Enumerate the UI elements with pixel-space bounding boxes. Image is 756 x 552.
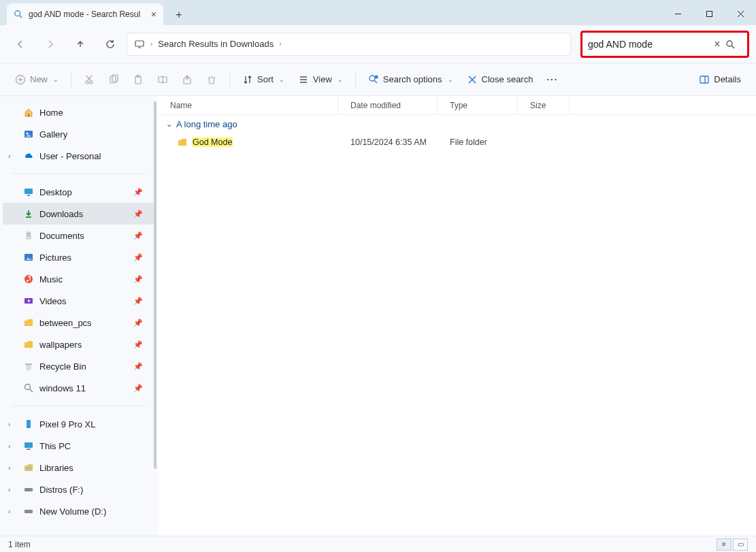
status-bar: 1 item ≡ ▭	[0, 536, 756, 552]
sidebar-item-downloads[interactable]: Downloads📌	[3, 203, 155, 225]
plus-circle-icon	[15, 74, 26, 85]
pin-icon[interactable]: 📌	[133, 340, 143, 349]
pin-icon[interactable]: 📌	[133, 275, 143, 284]
chevron-right-icon[interactable]: ›	[8, 508, 10, 515]
cut-icon	[84, 74, 95, 85]
sidebar-item-pixel-9-pro-xl[interactable]: ›Pixel 9 Pro XL	[3, 413, 155, 435]
sidebar-item-pictures[interactable]: Pictures📌	[3, 246, 155, 268]
svg-point-48	[25, 385, 31, 390]
sidebar-item-label: Documents	[39, 231, 84, 241]
chevron-right-icon[interactable]: ›	[8, 464, 10, 472]
svg-rect-34	[28, 114, 29, 116]
share-button[interactable]	[175, 70, 199, 89]
sidebar-item-label: Distros (F:)	[39, 485, 83, 495]
chevron-right-icon[interactable]: ›	[8, 486, 10, 493]
copy-button[interactable]	[101, 70, 126, 89]
sidebar-item-windows-11[interactable]: windows 11📌	[3, 377, 155, 399]
result-row[interactable]: God Mode10/15/2024 6:35 AMFile folder	[158, 133, 756, 151]
pin-icon[interactable]: 📌	[133, 319, 143, 327]
svg-point-29	[374, 75, 378, 78]
svg-point-45	[27, 280, 29, 282]
separator	[12, 174, 146, 174]
up-button[interactable]	[67, 31, 94, 58]
sidebar-item-user-personal[interactable]: ›User - Personal	[3, 145, 155, 167]
chevron-right-icon[interactable]: ›	[150, 40, 152, 48]
pin-icon[interactable]: 📌	[133, 297, 143, 306]
search-box[interactable]: ×	[580, 31, 749, 58]
separator	[355, 71, 356, 88]
folder-icon	[177, 137, 188, 148]
pin-icon[interactable]: 📌	[133, 362, 143, 371]
pin-icon[interactable]: 📌	[133, 210, 143, 218]
close-search-button[interactable]: Close search	[460, 70, 540, 89]
sidebar-item-music[interactable]: Music📌	[3, 268, 155, 290]
chevron-right-icon[interactable]: ›	[279, 40, 281, 48]
paste-button[interactable]	[126, 70, 150, 89]
sidebar-item-new-volume-d-[interactable]: ›New Volume (D:)	[3, 500, 155, 522]
music-icon	[23, 274, 34, 285]
delete-button[interactable]	[199, 70, 224, 89]
pictures-icon	[23, 252, 34, 263]
view-button[interactable]: View⌄	[291, 70, 350, 89]
back-button[interactable]	[7, 31, 34, 58]
sidebar-item-distros-f-[interactable]: ›Distros (F:)	[3, 478, 155, 500]
address-bar[interactable]: › Search Results in Downloads ›	[127, 33, 571, 56]
rename-button[interactable]	[150, 70, 175, 89]
chevron-right-icon[interactable]: ›	[8, 421, 10, 428]
new-tab-button[interactable]: +	[169, 5, 189, 25]
search-icon[interactable]	[725, 39, 742, 49]
sidebar-item-recycle-bin[interactable]: Recycle Bin📌	[3, 355, 155, 377]
large-icons-view-button[interactable]: ▭	[733, 538, 748, 551]
more-button[interactable]: ···	[540, 70, 565, 88]
col-size[interactable]: Size	[518, 96, 570, 114]
sidebar-item-desktop[interactable]: Desktop📌	[3, 181, 155, 203]
sidebar-item-wallpapers[interactable]: wallpapers📌	[3, 334, 155, 355]
maximize-button[interactable]	[693, 2, 725, 25]
status-text: 1 item	[8, 540, 31, 549]
details-button[interactable]: Details	[692, 70, 748, 89]
svg-point-0	[15, 11, 20, 16]
separator	[12, 406, 146, 406]
pin-icon[interactable]: 📌	[133, 384, 143, 393]
pin-icon[interactable]: 📌	[133, 188, 143, 197]
sidebar-item-videos[interactable]: Videos📌	[3, 290, 155, 312]
col-name[interactable]: Name	[158, 96, 338, 114]
sidebar[interactable]: HomeGallery›User - PersonalDesktop📌Downl…	[0, 96, 158, 536]
svg-point-55	[31, 489, 32, 491]
clear-search-icon[interactable]: ×	[709, 38, 725, 50]
group-header[interactable]: ⌄ A long time ago	[158, 115, 756, 133]
browser-tab[interactable]: god AND mode - Search Resul ×	[7, 3, 163, 25]
sidebar-item-libraries[interactable]: ›Libraries	[3, 457, 155, 478]
sort-button[interactable]: Sort⌄	[235, 70, 291, 89]
chevron-right-icon[interactable]: ›	[8, 442, 10, 450]
svg-rect-38	[27, 195, 30, 196]
pin-icon[interactable]: 📌	[133, 231, 143, 240]
forward-button[interactable]	[37, 31, 64, 58]
minimize-button[interactable]	[662, 2, 693, 25]
sidebar-item-documents[interactable]: Documents📌	[3, 225, 155, 246]
new-button[interactable]: New⌄	[8, 70, 65, 89]
address-path[interactable]: Search Results in Downloads	[158, 39, 274, 49]
search-options-button[interactable]: Search options⌄	[361, 70, 460, 89]
col-date[interactable]: Date modified	[338, 96, 438, 114]
sidebar-item-between-pcs[interactable]: between_pcs📌	[3, 312, 155, 334]
separator	[229, 71, 230, 88]
col-type[interactable]: Type	[438, 96, 518, 114]
search-input[interactable]	[588, 39, 709, 50]
chevron-right-icon[interactable]: ›	[8, 152, 10, 160]
pc-icon	[23, 440, 34, 451]
sidebar-item-this-pc[interactable]: ›This PC	[3, 435, 155, 457]
close-window-button[interactable]	[725, 2, 756, 25]
sidebar-item-home[interactable]: Home	[3, 101, 155, 123]
sidebar-item-label: Desktop	[39, 187, 72, 197]
svg-point-27	[369, 76, 375, 81]
cut-button[interactable]	[77, 70, 101, 89]
sidebar-item-gallery[interactable]: Gallery	[3, 123, 155, 145]
details-view-button[interactable]: ≡	[717, 538, 732, 551]
refresh-button[interactable]	[97, 31, 124, 58]
close-tab-icon[interactable]: ×	[151, 9, 157, 20]
tab-title: god AND mode - Search Resul	[29, 10, 140, 19]
search-options-label: Search options	[383, 74, 442, 84]
documents-icon	[23, 230, 34, 241]
pin-icon[interactable]: 📌	[133, 253, 143, 262]
